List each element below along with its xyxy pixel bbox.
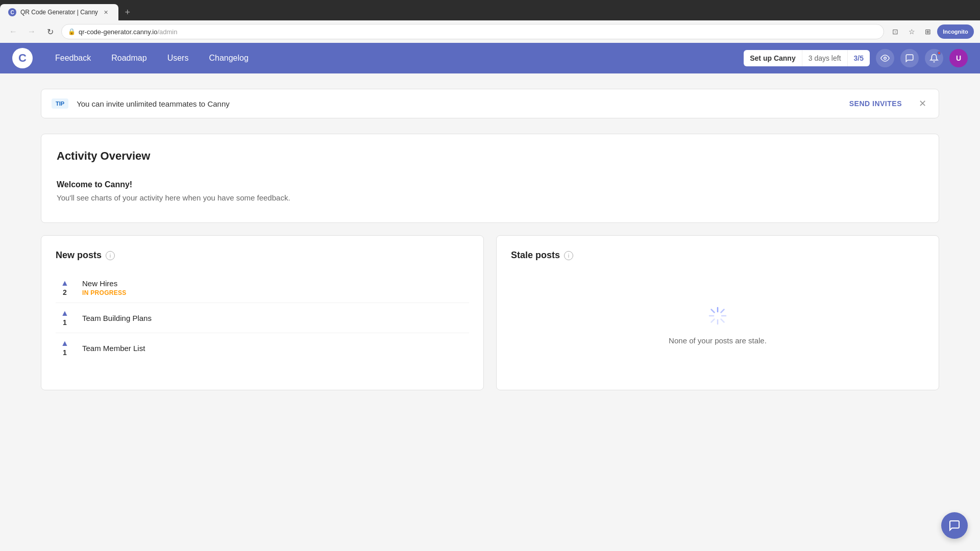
post-title-2: Team Building Plans: [82, 314, 469, 322]
cast-button[interactable]: ⊡: [888, 24, 902, 39]
app-container: C Feedback Roadmap Users Changelog Set u…: [0, 43, 980, 551]
tab-favicon: C: [8, 8, 16, 16]
page-content: TIP You can invite unlimited teammates t…: [0, 73, 980, 551]
browser-actions: ⊡ ☆ ⊞ Incognito: [888, 24, 974, 39]
stale-posts-header: Stale posts i: [511, 250, 924, 261]
setup-label: Set up Canny: [744, 50, 801, 66]
stale-posts-empty: None of your posts are stale.: [511, 273, 924, 375]
eye-button[interactable]: [876, 49, 894, 67]
url-domain: qr-code-generator.canny.io: [79, 28, 157, 36]
welcome-title: Welcome to Canny!: [57, 180, 923, 189]
tip-text: You can invite unlimited teammates to Ca…: [77, 99, 841, 108]
browser-frame: C QR Code Generator | Canny ✕ + ← → ↻ 🔒 …: [0, 0, 980, 551]
vote-arrow-2: ▲: [61, 309, 69, 317]
chat-fab-button[interactable]: [941, 512, 968, 539]
address-text: qr-code-generator.canny.io/admin: [79, 28, 177, 36]
bookmark-button[interactable]: ☆: [904, 24, 919, 39]
vote-box-2: ▲ 1: [56, 309, 74, 327]
stale-posts-info-icon[interactable]: i: [564, 251, 573, 260]
send-invites-link[interactable]: SEND INVITES: [849, 99, 902, 108]
tip-close-button[interactable]: ✕: [916, 97, 928, 110]
stale-empty-text: None of your posts are stale.: [669, 336, 767, 345]
post-info-3: Team Member List: [82, 344, 469, 353]
vote-box-1: ▲ 2: [56, 279, 74, 296]
profile-button[interactable]: Incognito: [937, 24, 974, 39]
setup-canny-banner[interactable]: Set up Canny 3 days left 3/5: [744, 50, 870, 66]
user-avatar[interactable]: U: [949, 49, 968, 67]
new-posts-title: New posts: [56, 250, 102, 261]
post-title-1: New Hires: [82, 279, 469, 288]
tab-close-button[interactable]: ✕: [102, 8, 110, 16]
new-posts-info-icon[interactable]: i: [106, 251, 115, 260]
new-tab-button[interactable]: +: [120, 5, 135, 19]
stale-posts-card: Stale posts i: [496, 235, 939, 390]
setup-days: 3 days left: [802, 50, 847, 66]
notifications-button[interactable]: [925, 49, 943, 67]
activity-overview-card: Activity Overview Welcome to Canny! You'…: [41, 134, 939, 223]
logo[interactable]: C: [12, 48, 33, 68]
extensions-button[interactable]: ⊞: [921, 24, 935, 39]
vote-count-2: 1: [63, 318, 67, 327]
nav-users[interactable]: Users: [157, 43, 199, 73]
svg-line-8: [712, 319, 715, 322]
url-path: /admin: [157, 28, 177, 36]
activity-overview-title: Activity Overview: [57, 149, 923, 163]
vote-count-1: 2: [63, 288, 67, 296]
vote-box-3: ▲ 1: [56, 339, 74, 357]
feedback-button[interactable]: [900, 49, 919, 67]
address-bar[interactable]: 🔒 qr-code-generator.canny.io/admin: [61, 24, 884, 39]
active-tab[interactable]: C QR Code Generator | Canny ✕: [0, 4, 118, 20]
logo-letter: C: [18, 52, 27, 65]
post-title-3: Team Member List: [82, 344, 469, 353]
stale-posts-title: Stale posts: [511, 250, 560, 261]
forward-button[interactable]: →: [24, 24, 39, 39]
new-posts-header: New posts i: [56, 250, 469, 261]
post-item-team-building[interactable]: ▲ 1 Team Building Plans: [56, 303, 469, 333]
svg-line-7: [721, 310, 724, 313]
post-info-2: Team Building Plans: [82, 314, 469, 322]
post-item-team-member-list[interactable]: ▲ 1 Team Member List: [56, 333, 469, 363]
svg-point-0: [884, 57, 887, 60]
posts-columns: New posts i ▲ 2 New Hires IN PROGRESS: [41, 235, 939, 390]
back-button[interactable]: ←: [6, 24, 20, 39]
activity-overview-body: Welcome to Canny! You'll see charts of y…: [57, 175, 923, 207]
tab-title: QR Code Generator | Canny: [20, 9, 98, 16]
vote-arrow-1: ▲: [61, 279, 69, 287]
tip-badge: TIP: [52, 98, 68, 109]
post-status-1: IN PROGRESS: [82, 289, 469, 296]
nav-right: Set up Canny 3 days left 3/5 U: [744, 49, 968, 67]
nav-roadmap[interactable]: Roadmap: [101, 43, 157, 73]
lock-icon: 🔒: [68, 28, 76, 35]
browser-tabs: C QR Code Generator | Canny ✕ +: [0, 0, 980, 20]
browser-controls: ← → ↻ 🔒 qr-code-generator.canny.io/admin…: [0, 20, 980, 43]
vote-arrow-3: ▲: [61, 339, 69, 347]
notification-dot: [937, 51, 941, 55]
post-info-1: New Hires IN PROGRESS: [82, 279, 469, 296]
stale-spinner-icon: [705, 304, 730, 328]
nav-feedback[interactable]: Feedback: [45, 43, 101, 73]
navbar: C Feedback Roadmap Users Changelog Set u…: [0, 43, 980, 73]
welcome-text: You'll see charts of your activity here …: [57, 193, 923, 202]
svg-line-5: [712, 310, 715, 313]
post-item-new-hires[interactable]: ▲ 2 New Hires IN PROGRESS: [56, 273, 469, 303]
svg-line-6: [721, 319, 724, 322]
nav-links: Feedback Roadmap Users Changelog: [45, 43, 259, 73]
reload-button[interactable]: ↻: [43, 24, 57, 39]
new-posts-card: New posts i ▲ 2 New Hires IN PROGRESS: [41, 235, 484, 390]
vote-count-3: 1: [63, 348, 67, 357]
tip-banner: TIP You can invite unlimited teammates t…: [41, 89, 939, 118]
setup-progress: 3/5: [847, 50, 870, 66]
nav-changelog[interactable]: Changelog: [199, 43, 258, 73]
